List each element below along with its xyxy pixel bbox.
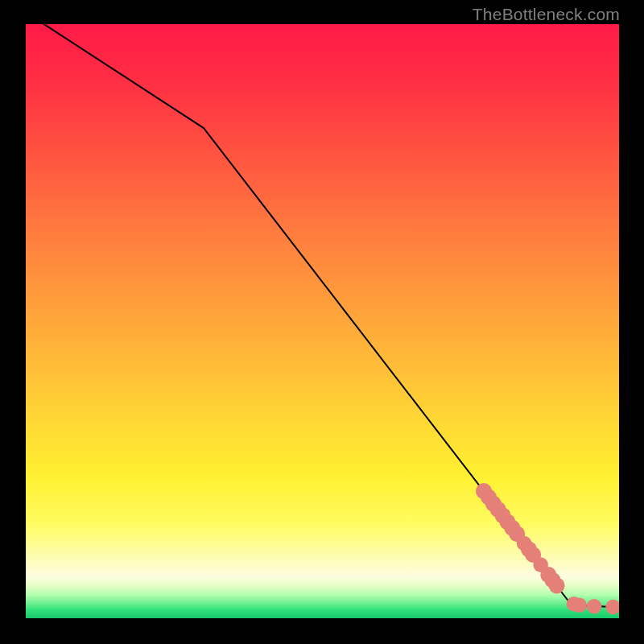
- chart-trend-line: [26, 24, 613, 607]
- watermark-text: TheBottleneck.com: [473, 5, 620, 24]
- chart-marker: [587, 599, 602, 614]
- chart-marker: [605, 600, 619, 615]
- chart-svg: [26, 24, 619, 618]
- chart-marker: [572, 597, 587, 613]
- chart-plot-area: [26, 24, 619, 618]
- chart-markers: [476, 483, 619, 614]
- chart-marker: [549, 577, 565, 593]
